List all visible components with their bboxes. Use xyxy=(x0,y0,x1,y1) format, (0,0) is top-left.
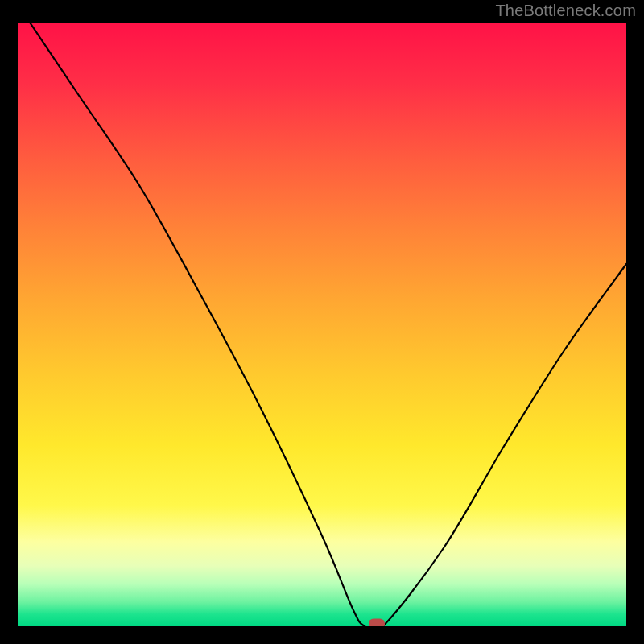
watermark-text: TheBottleneck.com xyxy=(495,2,636,20)
curve-layer xyxy=(18,23,626,626)
chart-frame: TheBottleneck.com xyxy=(0,0,644,644)
bottleneck-curve xyxy=(30,23,626,626)
plot-area xyxy=(18,23,626,626)
optimal-marker xyxy=(369,619,385,627)
